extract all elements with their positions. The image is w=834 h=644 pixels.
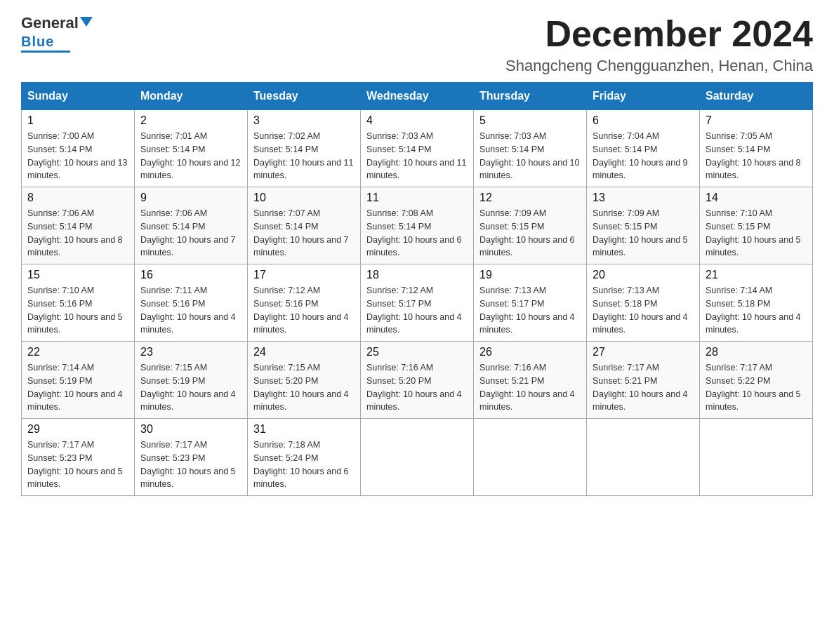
day-number: 19 xyxy=(479,269,581,281)
col-header-monday: Monday xyxy=(135,83,248,110)
day-number: 26 xyxy=(479,346,581,358)
calendar-day-cell: 18 Sunrise: 7:12 AMSunset: 5:17 PMDaylig… xyxy=(361,264,474,342)
calendar-day-cell: 6 Sunrise: 7:04 AMSunset: 5:14 PMDayligh… xyxy=(587,110,700,187)
day-info: Sunrise: 7:13 AMSunset: 5:18 PMDaylight:… xyxy=(593,284,694,337)
calendar-day-cell: 29 Sunrise: 7:17 AMSunset: 5:23 PMDaylig… xyxy=(22,419,135,496)
day-info: Sunrise: 7:02 AMSunset: 5:14 PMDaylight:… xyxy=(253,130,355,182)
col-header-saturday: Saturday xyxy=(700,83,813,110)
location-subtitle: Shangcheng Chengguanzhen, Henan, China xyxy=(505,57,813,75)
calendar-day-cell: 2 Sunrise: 7:01 AMSunset: 5:14 PMDayligh… xyxy=(135,110,248,187)
calendar-day-cell: 11 Sunrise: 7:08 AMSunset: 5:14 PMDaylig… xyxy=(361,187,474,264)
day-info: Sunrise: 7:12 AMSunset: 5:17 PMDaylight:… xyxy=(366,284,468,337)
logo-triangle-icon xyxy=(80,17,93,27)
day-number: 11 xyxy=(366,192,468,204)
day-info: Sunrise: 7:04 AMSunset: 5:14 PMDaylight:… xyxy=(593,130,694,182)
calendar-day-cell: 28 Sunrise: 7:17 AMSunset: 5:22 PMDaylig… xyxy=(700,342,813,419)
calendar-day-cell: 25 Sunrise: 7:16 AMSunset: 5:20 PMDaylig… xyxy=(361,342,474,419)
title-block: December 2024 Shangcheng Chengguanzhen, … xyxy=(505,14,813,75)
calendar-day-cell: 27 Sunrise: 7:17 AMSunset: 5:21 PMDaylig… xyxy=(587,342,700,419)
day-info: Sunrise: 7:17 AMSunset: 5:22 PMDaylight:… xyxy=(706,361,807,414)
day-number: 31 xyxy=(253,423,355,436)
col-header-thursday: Thursday xyxy=(474,83,587,110)
calendar-day-cell: 8 Sunrise: 7:06 AMSunset: 5:14 PMDayligh… xyxy=(22,187,135,264)
month-title: December 2024 xyxy=(505,14,813,54)
day-number: 22 xyxy=(27,346,128,358)
calendar-header-row: SundayMondayTuesdayWednesdayThursdayFrid… xyxy=(22,83,813,110)
day-number: 12 xyxy=(479,192,581,204)
day-number: 18 xyxy=(366,269,468,281)
day-info: Sunrise: 7:09 AMSunset: 5:15 PMDaylight:… xyxy=(479,207,581,260)
day-number: 28 xyxy=(706,346,807,358)
day-info: Sunrise: 7:09 AMSunset: 5:15 PMDaylight:… xyxy=(593,207,694,260)
calendar-day-cell: 15 Sunrise: 7:10 AMSunset: 5:16 PMDaylig… xyxy=(22,264,135,342)
day-number: 10 xyxy=(253,192,355,204)
day-number: 3 xyxy=(253,114,355,127)
logo: General Blue xyxy=(21,14,93,53)
day-info: Sunrise: 7:01 AMSunset: 5:14 PMDaylight:… xyxy=(140,130,241,182)
logo-blue-text: Blue xyxy=(21,34,54,50)
day-number: 24 xyxy=(253,346,355,358)
col-header-tuesday: Tuesday xyxy=(248,83,361,110)
day-number: 15 xyxy=(27,269,128,281)
calendar-day-cell: 16 Sunrise: 7:11 AMSunset: 5:16 PMDaylig… xyxy=(135,264,248,342)
day-info: Sunrise: 7:14 AMSunset: 5:18 PMDaylight:… xyxy=(706,284,807,337)
day-info: Sunrise: 7:03 AMSunset: 5:14 PMDaylight:… xyxy=(479,130,581,182)
calendar-day-cell: 20 Sunrise: 7:13 AMSunset: 5:18 PMDaylig… xyxy=(587,264,700,342)
day-info: Sunrise: 7:03 AMSunset: 5:14 PMDaylight:… xyxy=(366,130,468,182)
day-info: Sunrise: 7:15 AMSunset: 5:20 PMDaylight:… xyxy=(253,361,355,414)
day-info: Sunrise: 7:07 AMSunset: 5:14 PMDaylight:… xyxy=(253,207,355,260)
day-number: 29 xyxy=(27,423,128,436)
calendar-day-cell: 7 Sunrise: 7:05 AMSunset: 5:14 PMDayligh… xyxy=(700,110,813,187)
day-number: 4 xyxy=(366,114,468,127)
calendar-table: SundayMondayTuesdayWednesdayThursdayFrid… xyxy=(21,82,813,496)
calendar-day-cell: 23 Sunrise: 7:15 AMSunset: 5:19 PMDaylig… xyxy=(135,342,248,419)
calendar-day-cell: 24 Sunrise: 7:15 AMSunset: 5:20 PMDaylig… xyxy=(248,342,361,419)
day-number: 30 xyxy=(140,423,241,436)
calendar-day-cell: 22 Sunrise: 7:14 AMSunset: 5:19 PMDaylig… xyxy=(22,342,135,419)
day-number: 1 xyxy=(27,114,128,127)
page-header: General Blue December 2024 Shangcheng Ch… xyxy=(21,14,813,75)
calendar-day-cell: 26 Sunrise: 7:16 AMSunset: 5:21 PMDaylig… xyxy=(474,342,587,419)
day-info: Sunrise: 7:16 AMSunset: 5:21 PMDaylight:… xyxy=(479,361,581,414)
day-info: Sunrise: 7:11 AMSunset: 5:16 PMDaylight:… xyxy=(140,284,241,337)
day-info: Sunrise: 7:13 AMSunset: 5:17 PMDaylight:… xyxy=(479,284,581,337)
col-header-sunday: Sunday xyxy=(22,83,135,110)
day-number: 6 xyxy=(593,114,694,127)
calendar-day-cell: 1 Sunrise: 7:00 AMSunset: 5:14 PMDayligh… xyxy=(22,110,135,187)
day-info: Sunrise: 7:14 AMSunset: 5:19 PMDaylight:… xyxy=(27,361,128,414)
calendar-day-cell: 19 Sunrise: 7:13 AMSunset: 5:17 PMDaylig… xyxy=(474,264,587,342)
calendar-day-cell: 4 Sunrise: 7:03 AMSunset: 5:14 PMDayligh… xyxy=(361,110,474,187)
day-info: Sunrise: 7:00 AMSunset: 5:14 PMDaylight:… xyxy=(27,130,128,182)
calendar-day-cell: 3 Sunrise: 7:02 AMSunset: 5:14 PMDayligh… xyxy=(248,110,361,187)
day-number: 16 xyxy=(140,269,241,281)
day-info: Sunrise: 7:12 AMSunset: 5:16 PMDaylight:… xyxy=(253,284,355,337)
day-info: Sunrise: 7:05 AMSunset: 5:14 PMDaylight:… xyxy=(706,130,807,182)
calendar-day-cell: 12 Sunrise: 7:09 AMSunset: 5:15 PMDaylig… xyxy=(474,187,587,264)
day-info: Sunrise: 7:10 AMSunset: 5:15 PMDaylight:… xyxy=(706,207,807,260)
calendar-week-row: 8 Sunrise: 7:06 AMSunset: 5:14 PMDayligh… xyxy=(22,187,813,264)
day-number: 25 xyxy=(366,346,468,358)
day-number: 27 xyxy=(593,346,694,358)
calendar-day-cell: 21 Sunrise: 7:14 AMSunset: 5:18 PMDaylig… xyxy=(700,264,813,342)
day-number: 9 xyxy=(140,192,241,204)
day-info: Sunrise: 7:17 AMSunset: 5:21 PMDaylight:… xyxy=(593,361,694,414)
calendar-empty-cell xyxy=(474,419,587,496)
day-number: 13 xyxy=(593,192,694,204)
day-info: Sunrise: 7:17 AMSunset: 5:23 PMDaylight:… xyxy=(140,438,241,491)
day-number: 2 xyxy=(140,114,241,127)
day-number: 14 xyxy=(706,192,807,204)
calendar-day-cell: 9 Sunrise: 7:06 AMSunset: 5:14 PMDayligh… xyxy=(135,187,248,264)
calendar-day-cell: 14 Sunrise: 7:10 AMSunset: 5:15 PMDaylig… xyxy=(700,187,813,264)
day-number: 7 xyxy=(706,114,807,127)
calendar-day-cell: 13 Sunrise: 7:09 AMSunset: 5:15 PMDaylig… xyxy=(587,187,700,264)
day-number: 20 xyxy=(593,269,694,281)
col-header-friday: Friday xyxy=(587,83,700,110)
calendar-week-row: 22 Sunrise: 7:14 AMSunset: 5:19 PMDaylig… xyxy=(22,342,813,419)
col-header-wednesday: Wednesday xyxy=(361,83,474,110)
day-number: 21 xyxy=(706,269,807,281)
calendar-day-cell: 30 Sunrise: 7:17 AMSunset: 5:23 PMDaylig… xyxy=(135,419,248,496)
day-info: Sunrise: 7:06 AMSunset: 5:14 PMDaylight:… xyxy=(27,207,128,260)
calendar-day-cell: 5 Sunrise: 7:03 AMSunset: 5:14 PMDayligh… xyxy=(474,110,587,187)
calendar-week-row: 15 Sunrise: 7:10 AMSunset: 5:16 PMDaylig… xyxy=(22,264,813,342)
day-number: 8 xyxy=(27,192,128,204)
